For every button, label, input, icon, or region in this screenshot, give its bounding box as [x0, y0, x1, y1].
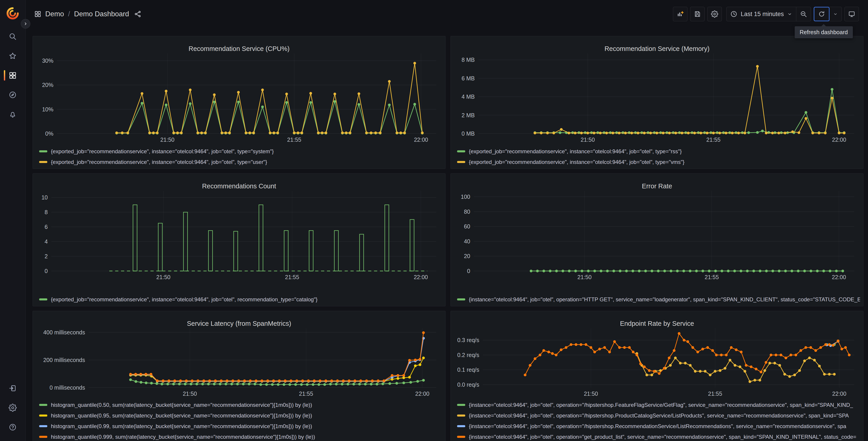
panel-recommendation-memory: Recommendation Service (Memory) 21:5021:…: [451, 36, 864, 169]
svg-text:40: 40: [464, 238, 470, 244]
panel-legend: {exported_job="recommendationservice", i…: [39, 294, 442, 305]
refresh-interval-button[interactable]: [829, 7, 841, 21]
legend-item[interactable]: {exported_job="recommendationservice", i…: [457, 146, 860, 157]
svg-text:22:00: 22:00: [832, 390, 846, 397]
legend-swatch: [39, 404, 47, 406]
panel-endpoint-rate: Endpoint Rate by Service 21:5021:5522:00…: [451, 311, 864, 441]
svg-text:22:00: 22:00: [832, 137, 846, 143]
legend-item[interactable]: {instance="otelcol:9464", job="otel", op…: [457, 400, 860, 410]
svg-text:8 MB: 8 MB: [462, 57, 475, 63]
sign-in-icon[interactable]: [0, 379, 25, 398]
time-picker-button[interactable]: Last 15 minutes: [726, 7, 796, 21]
svg-text:22:00: 22:00: [414, 137, 428, 143]
legend-swatch: [457, 150, 465, 152]
refresh-button[interactable]: [814, 7, 830, 21]
search-icon[interactable]: [0, 27, 25, 46]
cycle-view-button[interactable]: [844, 7, 859, 21]
panel-legend: {exported_job="recommendationservice", i…: [457, 146, 860, 167]
panel-chart[interactable]: 21:5021:5522:000 milliseconds200 millise…: [35, 325, 443, 398]
legend-label: {instance="otelcol:9464", job="otel", op…: [469, 402, 853, 408]
svg-text:2: 2: [44, 253, 48, 259]
svg-text:200 milliseconds: 200 milliseconds: [43, 357, 85, 363]
svg-text:21:50: 21:50: [156, 274, 170, 280]
svg-text:6: 6: [44, 224, 48, 230]
legend-swatch: [457, 404, 465, 406]
dashboard-settings-button[interactable]: [707, 7, 722, 21]
legend-swatch: [39, 161, 47, 163]
legend-swatch: [39, 425, 47, 427]
legend-item[interactable]: histogram_quantile(0.99, sum(rate(latenc…: [39, 421, 442, 432]
svg-text:4 MB: 4 MB: [462, 93, 475, 100]
legend-item[interactable]: {instance="otelcol:9464", job="otel", op…: [457, 432, 860, 441]
svg-text:0 MB: 0 MB: [462, 130, 475, 137]
svg-text:21:55: 21:55: [708, 390, 722, 397]
save-dashboard-button[interactable]: [690, 7, 705, 21]
legend-item[interactable]: {instance="otelcol:9464", job="otel", op…: [457, 294, 860, 305]
refresh-tooltip-text: Refresh dashboard: [800, 29, 848, 35]
explore-compass-icon[interactable]: [0, 85, 25, 105]
legend-label: {instance="otelcol:9464", job="otel", op…: [469, 296, 860, 303]
panel-chart[interactable]: 21:5021:5522:000%10%20%30%: [35, 50, 443, 144]
legend-label: histogram_quantile(0.50, sum(rate(latenc…: [51, 402, 312, 408]
svg-text:0: 0: [44, 268, 48, 274]
dashboard-grid: Recommendation Service (CPU%) 21:5021:55…: [33, 36, 864, 441]
legend-item[interactable]: histogram_quantile(0.999, sum(rate(laten…: [39, 432, 442, 441]
refresh-tooltip: Refresh dashboard: [795, 26, 853, 38]
svg-text:8: 8: [44, 209, 48, 215]
svg-text:21:55: 21:55: [285, 274, 299, 280]
breadcrumb-folder[interactable]: Demo: [45, 10, 64, 18]
sidebar: [0, 0, 26, 441]
svg-text:4: 4: [44, 238, 48, 245]
refresh-group: [814, 7, 842, 21]
svg-text:30%: 30%: [42, 58, 53, 64]
svg-text:22:00: 22:00: [414, 274, 428, 280]
sidebar-expand-button[interactable]: [21, 19, 30, 29]
alerting-bell-icon[interactable]: [0, 105, 25, 124]
panel-chart[interactable]: 21:5021:5522:000.0 req/s0.1 req/s0.2 req…: [454, 325, 861, 398]
panel-recommendation-cpu: Recommendation Service (CPU%) 21:5021:55…: [33, 36, 445, 169]
legend-label: histogram_quantile(0.99, sum(rate(latenc…: [51, 423, 312, 430]
share-alt-icon[interactable]: [134, 10, 142, 18]
help-icon[interactable]: [0, 417, 25, 437]
legend-swatch: [457, 161, 465, 163]
apps-grid-icon: [34, 10, 42, 18]
breadcrumb-separator: /: [68, 10, 71, 18]
settings-gear-icon[interactable]: [0, 398, 25, 417]
svg-text:21:50: 21:50: [160, 137, 175, 143]
legend-item[interactable]: {exported_job="recommendationservice", i…: [39, 294, 442, 305]
panel-legend: {instance="otelcol:9464", job="otel", op…: [457, 294, 860, 305]
legend-swatch: [39, 436, 47, 438]
breadcrumb-dashboard[interactable]: Demo Dashboard: [74, 10, 129, 18]
add-panel-button[interactable]: [673, 7, 687, 21]
panel-chart[interactable]: 21:5021:5522:000 MB2 MB4 MB6 MB8 MB: [454, 50, 861, 144]
svg-text:20%: 20%: [42, 82, 53, 88]
panel-legend: {exported_job="recommendationservice", i…: [39, 146, 442, 167]
time-picker-group: Last 15 minutes: [726, 7, 811, 21]
starred-icon[interactable]: [0, 46, 25, 66]
svg-text:400 milliseconds: 400 milliseconds: [43, 329, 85, 335]
zoom-out-button[interactable]: [796, 7, 811, 21]
breadcrumb: Demo / Demo Dashboard: [34, 10, 142, 18]
legend-item[interactable]: {exported_job="recommendationservice", i…: [39, 157, 442, 167]
svg-text:21:50: 21:50: [183, 390, 197, 397]
panel-legend: histogram_quantile(0.50, sum(rate(latenc…: [39, 400, 442, 441]
svg-text:10: 10: [41, 194, 48, 201]
legend-item[interactable]: {instance="otelcol:9464", job="otel", op…: [457, 410, 860, 421]
legend-swatch: [457, 298, 465, 300]
legend-swatch: [457, 414, 465, 416]
svg-text:0.1 req/s: 0.1 req/s: [457, 366, 479, 373]
dashboards-icon[interactable]: [0, 66, 25, 85]
legend-item[interactable]: {instance="otelcol:9464", job="otel", op…: [457, 421, 860, 432]
panel-chart[interactable]: 21:5021:5522:000246810: [35, 188, 443, 281]
panel-chart[interactable]: 21:5021:5522:00020406080100: [454, 188, 861, 281]
legend-item[interactable]: histogram_quantile(0.50, sum(rate(latenc…: [39, 400, 442, 410]
legend-label: {exported_job="recommendationservice", i…: [51, 296, 317, 303]
svg-text:10%: 10%: [42, 106, 53, 113]
legend-item[interactable]: histogram_quantile(0.95, sum(rate(latenc…: [39, 410, 442, 421]
panel-service-latency: Service Latency (from SpanMetrics) 21:50…: [33, 311, 445, 441]
svg-text:21:55: 21:55: [707, 137, 721, 143]
legend-item[interactable]: {exported_job="recommendationservice", i…: [457, 157, 860, 167]
svg-text:60: 60: [464, 223, 470, 230]
legend-item[interactable]: {exported_job="recommendationservice", i…: [39, 146, 442, 157]
svg-text:0 milliseconds: 0 milliseconds: [50, 384, 85, 391]
